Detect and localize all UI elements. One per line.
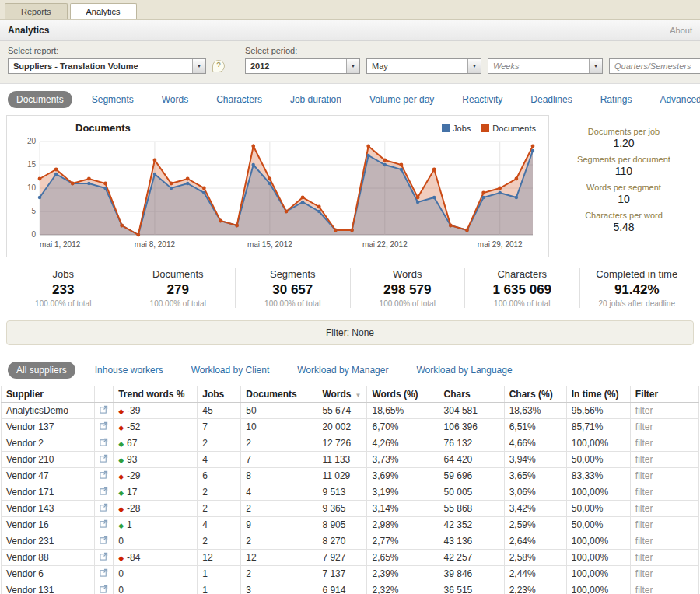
column-header-supplier[interactable]: Supplier: [2, 386, 95, 403]
summary-completed-in-time: Completed in time91.42%20 job/s after de…: [580, 268, 695, 308]
words-pct-cell: 2,65%: [367, 550, 439, 566]
row-filter-link[interactable]: filter: [635, 568, 653, 579]
jobs-cell: 2: [198, 435, 241, 452]
column-header-words[interactable]: Words (%): [367, 386, 439, 403]
supplier-row: Vendor 171◆17249 5133,19%50 0053,06%100,…: [2, 484, 699, 501]
row-filter-link[interactable]: filter: [635, 519, 653, 530]
supplier-link-cell[interactable]: [95, 419, 114, 435]
column-header-jobs[interactable]: Jobs: [198, 386, 241, 403]
row-filter-link[interactable]: filter: [635, 438, 653, 449]
column-header-documents[interactable]: Documents: [241, 386, 317, 403]
row-filter-link[interactable]: filter: [635, 421, 653, 432]
svg-text:15: 15: [27, 160, 37, 169]
tab-characters[interactable]: Characters: [208, 91, 271, 108]
words-cell: 12 726: [317, 435, 367, 452]
supplier-link-cell[interactable]: [95, 501, 114, 517]
external-link-icon[interactable]: [100, 552, 108, 563]
tab-inhouse-workers[interactable]: Inhouse workers: [86, 362, 172, 379]
tab-deadlines[interactable]: Deadlines: [522, 91, 580, 108]
row-filter-link[interactable]: filter: [635, 470, 653, 481]
trend-value: -29: [127, 470, 140, 481]
select-report-label: Select report:: [8, 46, 225, 55]
supplier-link-cell[interactable]: [95, 435, 114, 452]
quarters-select[interactable]: Quarters/Semesters ▼: [609, 58, 700, 74]
tab-reactivity[interactable]: Reactivity: [453, 91, 511, 108]
column-header-icon[interactable]: [95, 386, 114, 403]
external-link-icon[interactable]: [100, 405, 108, 416]
tab-ratings[interactable]: Ratings: [592, 91, 641, 108]
row-filter-link[interactable]: filter: [635, 503, 653, 514]
column-header-chars[interactable]: Chars: [439, 386, 504, 403]
documents-per-job-label: Documents per job: [554, 127, 694, 136]
external-link-icon[interactable]: [100, 568, 108, 579]
weeks-select[interactable]: Weeks ▼: [488, 58, 603, 74]
row-filter-link[interactable]: filter: [635, 405, 653, 416]
supplier-link-cell[interactable]: [95, 468, 114, 484]
month-select[interactable]: May ▼: [366, 58, 481, 74]
supplier-link-cell[interactable]: [95, 582, 114, 594]
words-pct-cell: 3,14%: [367, 501, 439, 517]
tab-documents[interactable]: Documents: [8, 91, 72, 108]
tab-words[interactable]: Words: [153, 91, 197, 108]
column-header-trend-words[interactable]: Trend words %: [114, 386, 198, 403]
tab-analytics[interactable]: Analytics: [70, 3, 137, 19]
tab-workload-by-language[interactable]: Workload by Language: [408, 362, 520, 379]
external-link-icon[interactable]: [100, 454, 108, 465]
column-header-filter[interactable]: Filter: [630, 386, 698, 403]
external-link-icon[interactable]: [100, 503, 108, 514]
supplier-link-cell[interactable]: [95, 533, 114, 550]
in-time-cell: 100,00%: [566, 582, 630, 594]
chart-panel: Documents JobsDocuments 05101520mai 1, 2…: [6, 115, 549, 257]
chars-cell: 39 846: [439, 566, 504, 582]
supplier-row: Vendor 60127 1372,39%39 8462,44%100,00%f…: [2, 566, 699, 582]
tab-segments[interactable]: Segments: [83, 91, 142, 108]
tab-advanced[interactable]: Advanced: [651, 91, 700, 108]
external-link-icon[interactable]: [100, 470, 108, 481]
supplier-link-cell[interactable]: [95, 550, 114, 566]
report-select-value: Suppliers - Translation Volume: [9, 61, 192, 71]
column-header-in-time[interactable]: In time (%): [566, 386, 630, 403]
tab-workload-by-client[interactable]: Workload by Client: [183, 362, 278, 379]
tab-job-duration[interactable]: Job duration: [282, 91, 350, 108]
tab-workload-by-manager[interactable]: Workload by Manager: [289, 362, 397, 379]
column-header-words[interactable]: Words▼: [317, 386, 367, 403]
legend-jobs[interactable]: Jobs: [442, 124, 471, 133]
external-link-icon[interactable]: [100, 438, 108, 449]
report-select[interactable]: Suppliers - Translation Volume ▼: [8, 58, 206, 74]
supplier-link-cell[interactable]: [95, 517, 114, 533]
help-icon[interactable]: ?: [212, 60, 225, 72]
row-filter-link[interactable]: filter: [635, 487, 653, 498]
row-filter-link[interactable]: filter: [635, 585, 653, 594]
trend-up-icon: ◆: [118, 440, 124, 448]
legend-documents[interactable]: Documents: [481, 124, 536, 133]
trend-words-cell: ◆1: [114, 517, 198, 533]
supplier-row: AnalyticsDemo◆-39455055 67418,65%304 581…: [2, 403, 699, 419]
tab-reports[interactable]: Reports: [5, 3, 68, 19]
external-link-icon[interactable]: [100, 585, 108, 594]
tab-all-suppliers[interactable]: All suppliers: [8, 362, 75, 379]
supplier-link-cell[interactable]: [95, 484, 114, 501]
row-filter-link[interactable]: filter: [635, 536, 653, 547]
about-link[interactable]: About: [670, 26, 692, 35]
documents-cell: 2: [241, 533, 317, 550]
trend-value: -84: [127, 552, 140, 563]
row-filter-link[interactable]: filter: [635, 552, 653, 563]
row-filter-link[interactable]: filter: [635, 454, 653, 465]
year-select[interactable]: 2012 ▼: [245, 58, 360, 74]
year-select-value: 2012: [246, 61, 346, 71]
supplier-row: Vendor 47◆-296811 0293,69%59 6963,65%83,…: [2, 468, 699, 484]
supplier-link-cell[interactable]: [95, 452, 114, 468]
supplier-link-cell[interactable]: [95, 403, 114, 419]
external-link-icon[interactable]: [100, 519, 108, 530]
external-link-icon[interactable]: [100, 421, 108, 432]
words-pct-cell: 2,39%: [367, 566, 439, 582]
external-link-icon[interactable]: [100, 536, 108, 547]
tab-volume-per-day[interactable]: Volume per day: [361, 91, 443, 108]
external-link-icon[interactable]: [100, 487, 108, 498]
filter-bar[interactable]: Filter: None: [6, 320, 694, 345]
filter-cell: filter: [630, 533, 698, 550]
svg-text:0: 0: [31, 230, 36, 239]
supplier-link-cell[interactable]: [95, 566, 114, 582]
svg-text:mai 8, 2012: mai 8, 2012: [135, 240, 176, 249]
column-header-chars[interactable]: Chars (%): [504, 386, 566, 403]
